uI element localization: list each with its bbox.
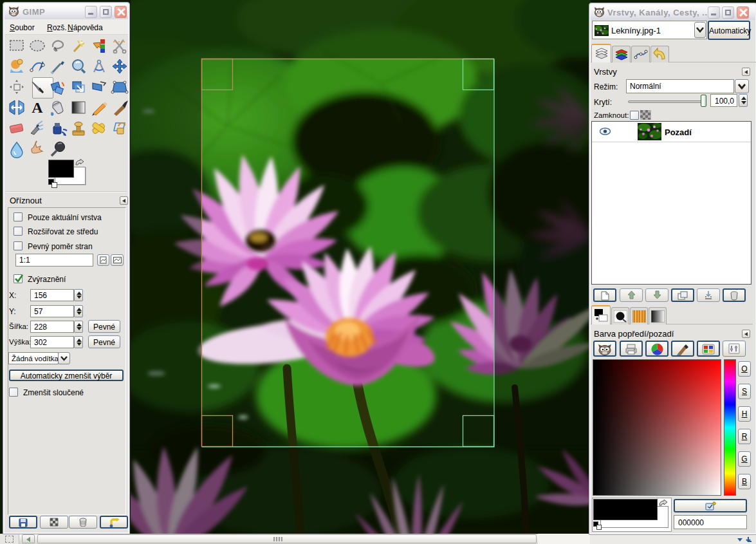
svg-text:A: A xyxy=(32,99,43,116)
